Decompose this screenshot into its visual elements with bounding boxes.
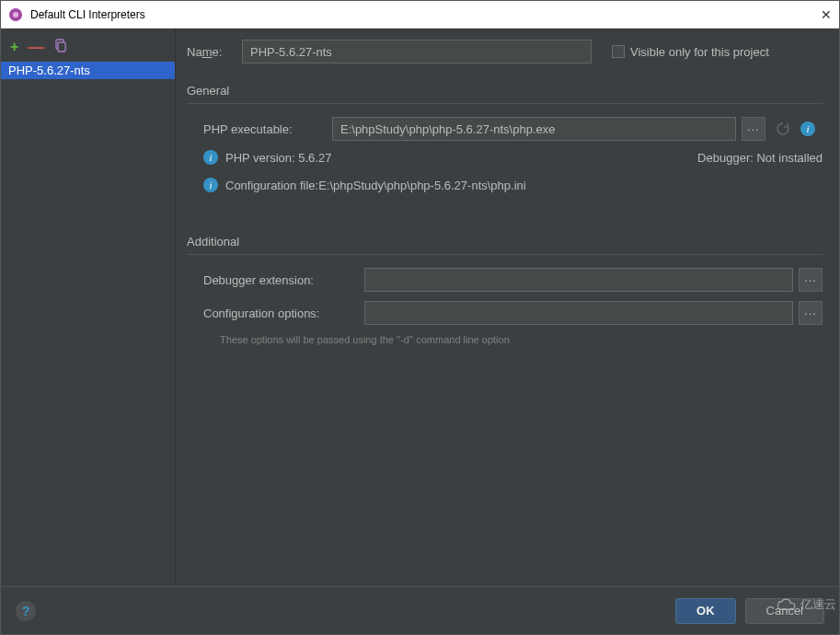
config-options-input[interactable] (364, 301, 793, 325)
sidebar-item-php[interactable]: PHP-5.6.27-nts (1, 62, 175, 79)
cloud-icon (777, 598, 797, 611)
additional-section: Debugger extension: ... Configuration op… (187, 268, 823, 345)
php-executable-label: PHP executable: (203, 122, 332, 136)
help-icon[interactable]: ? (16, 601, 36, 621)
close-icon[interactable]: ✕ (804, 7, 832, 22)
debugger-extension-label: Debugger extension: (203, 273, 364, 287)
browse-button[interactable]: ... (799, 268, 823, 292)
watermark: 亿速云 (777, 596, 836, 613)
svg-rect-3 (58, 42, 65, 52)
name-row: Name: Visible only for this project (187, 40, 823, 64)
config-file-label: Configuration file: (225, 179, 318, 192)
sidebar: + — PHP-5.6.27-nts (1, 29, 176, 586)
info-icon: i (203, 150, 218, 165)
debugger-row: Debugger: Not installed (697, 151, 823, 165)
options-hint: These options will be passed using the '… (203, 334, 823, 345)
php-executable-input[interactable] (332, 117, 736, 141)
php-version-label: PHP version: 5.6.27 (225, 151, 331, 165)
general-section: PHP executable: ... i i PHP version: 5.6… (187, 117, 823, 205)
name-input[interactable] (242, 40, 592, 64)
ok-button[interactable]: OK (675, 598, 736, 624)
php-version-row: i PHP version: 5.6.27 Debugger: Not inst… (203, 150, 823, 165)
sidebar-toolbar: + — (1, 34, 175, 60)
debugger-label: Debugger: (697, 151, 754, 165)
debugger-extension-row: Debugger extension: ... (203, 268, 823, 292)
debugger-extension-input[interactable] (364, 268, 793, 292)
visible-only-checkbox[interactable] (612, 45, 625, 58)
config-file-row: i Configuration file: E:\phpStudy\php\ph… (203, 178, 823, 192)
copy-icon[interactable] (53, 39, 68, 56)
sidebar-item-label: PHP-5.6.27-nts (8, 64, 90, 77)
info-icon: i (203, 178, 218, 192)
app-icon (8, 7, 23, 22)
visible-only-row: Visible only for this project (612, 45, 769, 59)
window-title: Default CLI Interpreters (30, 8, 804, 21)
main-pane: Name: Visible only for this project Gene… (176, 29, 839, 586)
config-file-value: E:\phpStudy\php\php-5.6.27-nts\php.ini (318, 179, 526, 192)
interpreter-list: PHP-5.6.27-nts (1, 60, 175, 79)
config-options-label: Configuration options: (203, 306, 364, 320)
browse-button[interactable]: ... (799, 301, 823, 325)
svg-point-1 (13, 12, 18, 17)
general-title: General (187, 84, 823, 98)
add-icon[interactable]: + (10, 39, 18, 55)
titlebar: Default CLI Interpreters ✕ (1, 1, 839, 29)
browse-button[interactable]: ... (742, 117, 765, 141)
additional-title: Additional (187, 235, 823, 248)
remove-icon[interactable]: — (28, 42, 44, 52)
visible-only-label: Visible only for this project (630, 45, 769, 59)
watermark-text: 亿速云 (800, 596, 836, 613)
dialog-footer: ? OK Cancel (1, 586, 839, 634)
info-icon[interactable]: i (800, 121, 815, 136)
name-label: Name: (187, 45, 242, 59)
dialog-body: + — PHP-5.6.27-nts Name: Visible only fo… (1, 29, 839, 586)
divider (187, 254, 823, 255)
divider (187, 103, 823, 104)
php-executable-row: PHP executable: ... i (203, 117, 823, 141)
config-options-row: Configuration options: ... (203, 301, 823, 325)
dialog-window: Default CLI Interpreters ✕ + — PHP-5.6.2… (0, 0, 840, 635)
refresh-icon[interactable] (771, 117, 795, 141)
debugger-value: Not installed (756, 151, 823, 165)
